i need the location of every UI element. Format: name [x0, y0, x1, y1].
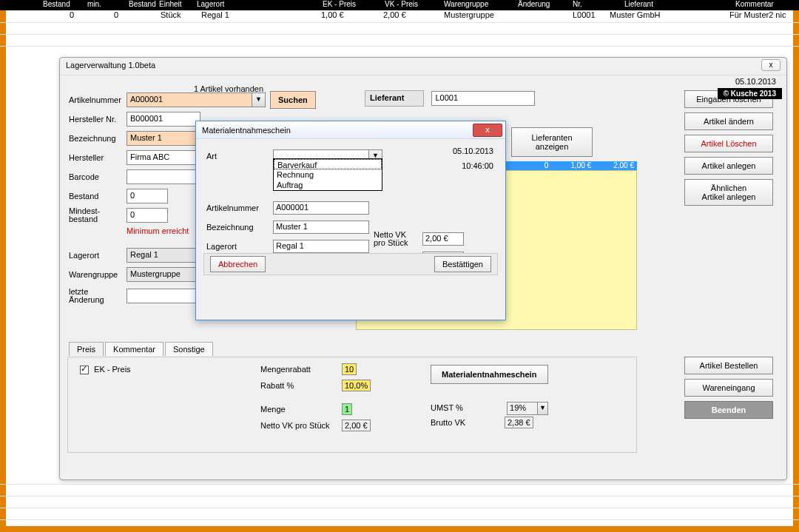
modal-abbrechen-button[interactable]: Abbrechen	[210, 256, 266, 272]
modal-artikelnummer-input[interactable]: A000001	[273, 201, 369, 215]
artikelnummer-label: Artikelnummer	[69, 95, 127, 104]
barcode-label: Barcode	[69, 172, 127, 181]
tabs: Preis Kommentar Sonstige	[69, 342, 215, 356]
modal-titlebar[interactable]: Materialentnahmeschein x	[196, 121, 505, 139]
artikel-aendern-button[interactable]: Artikel ändern	[684, 112, 773, 130]
col-bestand: Bestand	[43, 0, 70, 8]
tab-kommentar[interactable]: Kommentar	[105, 342, 163, 356]
modal-close-button[interactable]: x	[473, 124, 502, 137]
modal-footer: Abbrechen Bestättigen	[203, 253, 498, 275]
col-lagerort: Lagerort	[197, 0, 224, 8]
modal-title: Materialentnahmeschein	[202, 126, 291, 135]
art-option-rechnung[interactable]: Rechnung	[274, 169, 382, 180]
copyright-footer: © Kusche 2013	[718, 88, 782, 99]
brutto-vk-label: Brutto VK	[431, 418, 505, 427]
lagerort-input[interactable]: Regal 1	[127, 248, 200, 263]
modal-netto-label: Netto VK pro Stück	[374, 231, 422, 247]
cell-nr: L0001	[573, 10, 596, 19]
modal-lagerort-label: Lagerort	[206, 242, 273, 251]
tab-preis[interactable]: Preis	[69, 342, 104, 356]
lieferanten-anzeigen-button[interactable]: Lieferanten anzeigen	[511, 127, 593, 157]
lagerort-label: Lagerort	[69, 251, 127, 260]
cell-einheit: Stück	[161, 10, 181, 19]
mindestbestand-label: Mindest- bestand	[69, 207, 127, 223]
modal-date: 05.10.2013	[453, 147, 493, 155]
modal-artikelnummer-label: Artikelnummer	[206, 203, 273, 212]
chevron-down-icon[interactable]: ▼	[252, 92, 266, 107]
lieferant-nr-input[interactable]: L0001	[431, 91, 535, 106]
hersteller-nr-label: Hersteller Nr.	[69, 115, 127, 124]
beenden-button[interactable]: Beenden	[684, 401, 773, 419]
letzte-aenderung-label: letzte Änderung	[69, 288, 127, 304]
cell-kommentar: Für Muster2 nic	[729, 10, 786, 19]
col-ek: EK - Preis	[323, 0, 356, 8]
umst-combo[interactable]: 19%▼	[507, 402, 548, 415]
hersteller-input[interactable]: Firma ABC	[127, 150, 200, 165]
bestand-input[interactable]: 0	[127, 189, 168, 203]
modal-bestaetigen-button[interactable]: Bestättigen	[434, 256, 491, 272]
art-option-barverkauf[interactable]: Barverkauf	[274, 159, 382, 169]
app-title: Lagerverwaltung 1.0beta	[66, 61, 155, 70]
mengenrabatt-input[interactable]: 10	[342, 363, 357, 375]
cell-lagerort: Regal 1	[201, 10, 229, 19]
col-einheit: Einheit	[159, 0, 182, 8]
umst-label: UMST %	[431, 403, 505, 412]
umst-value: 19%	[508, 403, 537, 414]
col-warengruppe: Warengruppe	[444, 0, 488, 8]
modal-bezeichnung-input[interactable]: Muster 1	[273, 220, 369, 234]
wareneingang-button[interactable]: Wareneingang	[684, 379, 773, 397]
tab-sonstige[interactable]: Sonstige	[165, 342, 213, 356]
bezeichnung-input[interactable]: Muster 1	[127, 131, 200, 146]
modal-art-dropdown[interactable]: Barverkauf Rechnung Auftrag	[273, 158, 382, 191]
cell-lieferant: Muster GmbH	[610, 10, 660, 19]
artikel-bestellen-button[interactable]: Artikel Bestellen	[684, 357, 773, 374]
modal-time: 10:46:00	[462, 161, 493, 170]
ek-preis-checkbox[interactable]	[80, 366, 89, 374]
letzte-aenderung-input[interactable]	[127, 289, 200, 303]
col-min: min.	[87, 0, 101, 8]
bestand-label: Bestand	[69, 192, 127, 201]
art-option-auftrag[interactable]: Auftrag	[274, 180, 382, 190]
menge-label: Menge	[260, 405, 342, 414]
rabatt-pct-input[interactable]: 10,0%	[342, 380, 371, 391]
chevron-down-icon[interactable]: ▼	[537, 403, 547, 414]
menge-input[interactable]: 1	[342, 403, 352, 415]
app-titlebar[interactable]: Lagerverwaltung 1.0beta x	[60, 58, 786, 75]
warengruppe-input[interactable]: Mustergruppe	[127, 267, 200, 282]
sheet-row[interactable]: 0 0 Stück Regal 1 1,00 € 2,00 € Mustergr…	[0, 10, 799, 22]
cell-bestand: 0	[70, 10, 74, 19]
materialentnahmeschein-button[interactable]: Materialentnahmeschein	[431, 365, 548, 384]
cell-min: 0	[114, 10, 118, 19]
col-anderung: Änderung	[518, 0, 550, 8]
artikelnummer-input[interactable]: A000001	[127, 92, 252, 107]
modal-art-label: Art	[206, 152, 273, 161]
action-buttons-bottom: Artikel Bestellen Wareneingang Beenden	[684, 357, 779, 419]
barcode-input[interactable]	[127, 169, 200, 184]
header-date: 05.10.2013	[735, 77, 776, 86]
netto-vk-input[interactable]: 2,00 €	[342, 420, 371, 431]
action-buttons-top: Eingaben löschen Artikel ändern Artikel …	[684, 90, 779, 206]
mindestbestand-input[interactable]: 0	[127, 208, 168, 223]
modal-netto-input[interactable]: 2,00 €	[422, 232, 464, 246]
netto-vk-label: Netto VK pro Stück	[260, 421, 342, 430]
app-close-button[interactable]: x	[761, 59, 781, 71]
suchen-button[interactable]: Suchen	[270, 91, 316, 109]
mengenrabatt-label: Mengenrabatt	[260, 365, 342, 374]
sheet-header: Bestand min. Bestand Einheit Lagerort EK…	[0, 0, 799, 10]
warengruppe-label: Warengruppe	[69, 270, 127, 279]
artikel-loeschen-button[interactable]: Artikel Löschen	[684, 135, 773, 152]
brutto-vk-input[interactable]: 2,38 €	[505, 417, 533, 428]
artikel-anlegen-button[interactable]: Artikel anlegen	[684, 157, 773, 175]
artikelnummer-combo[interactable]: A000001 ▼	[127, 92, 266, 107]
col-kommentar: Kommentar	[735, 0, 774, 8]
aehnlichen-anlegen-button[interactable]: Ähnlichen Artikel anlegen	[684, 179, 773, 206]
preis-panel: EK - Preis Mengenrabatt10 Rabatt %10,0% …	[67, 357, 637, 453]
cell-vk: 2,00 €	[383, 10, 406, 19]
hersteller-nr-input[interactable]: B000001	[127, 112, 200, 127]
bezeichnung-label: Bezeichnung	[69, 134, 127, 143]
hersteller-label: Hersteller	[69, 153, 127, 162]
modal-lagerort-input[interactable]: Regal 1	[273, 240, 369, 253]
col-vk: VK - Preis	[385, 0, 418, 8]
rabatt-pct-label: Rabatt %	[260, 381, 342, 390]
col-nr: Nr.	[573, 0, 582, 8]
